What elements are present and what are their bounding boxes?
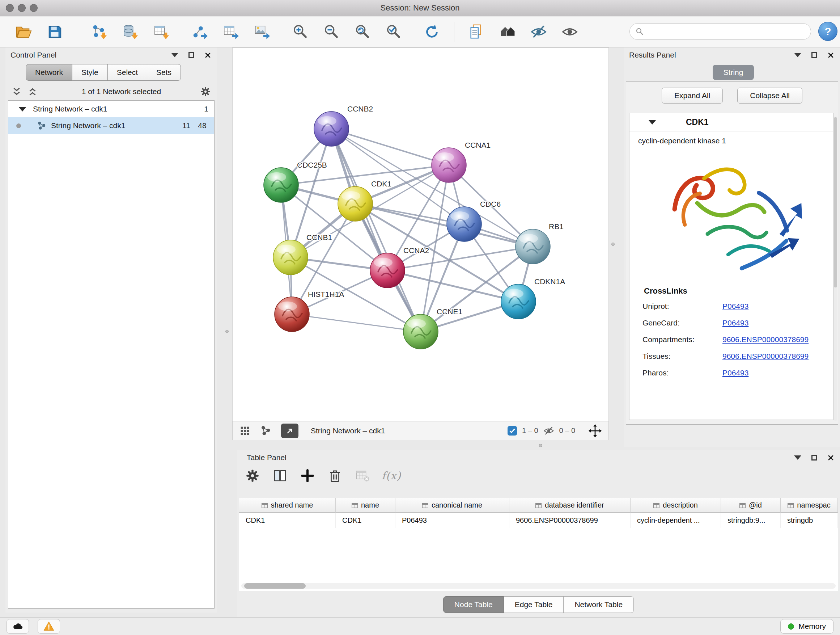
network-collection-row[interactable]: String Network – cdk1 1 xyxy=(8,101,214,117)
network-node-CCNB2[interactable]: CCNB2 xyxy=(314,105,373,146)
minimize-window-button[interactable] xyxy=(18,4,26,12)
table-cell: CDK1 xyxy=(336,513,395,528)
expand-all-button[interactable]: Expand All xyxy=(662,88,723,103)
control-panel-menu-icon[interactable] xyxy=(171,53,178,57)
tab-network-table[interactable]: Network Table xyxy=(564,596,634,613)
collapse-all-icon[interactable] xyxy=(11,86,22,97)
crosslink-link[interactable]: 9606.ENSP00000378699 xyxy=(722,335,808,344)
crosslink-link[interactable]: 9606.ENSP00000378699 xyxy=(722,352,808,361)
save-session-icon[interactable] xyxy=(46,21,64,42)
show-columns-icon[interactable] xyxy=(272,467,288,484)
crosslink-link[interactable]: P06493 xyxy=(722,369,748,377)
table-horizontal-scrollbar[interactable] xyxy=(241,583,836,589)
open-session-icon[interactable] xyxy=(14,21,33,42)
graphics-details-icon[interactable] xyxy=(467,21,485,42)
protein-section-header[interactable]: CDK1 xyxy=(630,113,833,131)
network-row-selected[interactable]: String Network – cdk1 11 48 xyxy=(8,117,214,134)
bottom-splitter-handle[interactable] xyxy=(539,444,542,447)
network-node-RB1[interactable]: RB1 xyxy=(515,222,564,264)
network-edge[interactable] xyxy=(332,129,421,332)
tab-edge-table[interactable]: Edge Table xyxy=(504,596,564,613)
detach-view-button[interactable] xyxy=(281,424,298,438)
column-header-description[interactable]: description xyxy=(630,498,721,513)
tab-network[interactable]: Network xyxy=(26,64,73,81)
column-header-shared-name[interactable]: shared name xyxy=(239,498,336,513)
table-row[interactable]: CDK1CDK1P064939606.ENSP00000378699cyclin… xyxy=(239,513,838,528)
results-panel-float-icon[interactable] xyxy=(812,52,817,58)
search-input[interactable] xyxy=(644,27,811,36)
help-button[interactable]: ? xyxy=(818,22,837,41)
delete-column-icon[interactable] xyxy=(327,467,343,484)
control-panel-float-icon[interactable] xyxy=(188,52,194,58)
zoom-in-icon[interactable] xyxy=(291,21,309,42)
expand-all-icon[interactable] xyxy=(27,86,38,97)
crosslink-link[interactable]: P06493 xyxy=(722,302,748,310)
tab-node-table[interactable]: Node Table xyxy=(443,596,504,613)
zoom-fit-icon[interactable] xyxy=(354,21,371,42)
network-edge[interactable] xyxy=(292,314,421,332)
import-network-database-icon[interactable] xyxy=(121,21,139,42)
network-node-CDC6[interactable]: CDC6 xyxy=(447,200,501,241)
add-column-icon[interactable] xyxy=(299,467,316,484)
tab-select[interactable]: Select xyxy=(108,64,147,81)
column-header-database-identifier[interactable]: database identifier xyxy=(509,498,630,513)
network-node-CCNB1[interactable]: CCNB1 xyxy=(273,233,332,275)
network-node-CDK1[interactable]: CDK1 xyxy=(338,180,392,221)
tab-sets[interactable]: Sets xyxy=(147,64,181,81)
network-edge[interactable] xyxy=(387,271,518,302)
memory-button[interactable]: Memory xyxy=(780,619,834,633)
import-table-icon[interactable] xyxy=(152,21,171,42)
section-collapse-triangle-icon[interactable] xyxy=(648,120,656,125)
network-overview-icon[interactable] xyxy=(260,425,272,437)
home-icon[interactable] xyxy=(499,21,516,42)
zoom-out-icon[interactable] xyxy=(322,21,340,42)
table-settings-gear-icon[interactable] xyxy=(244,467,261,484)
control-panel-close-icon[interactable] xyxy=(204,52,211,59)
apply-layout-icon[interactable] xyxy=(423,21,441,42)
tab-style[interactable]: Style xyxy=(73,64,108,81)
network-node-CDKN1A[interactable]: CDKN1A xyxy=(501,277,565,319)
network-node-CCNA1[interactable]: CCNA1 xyxy=(431,141,491,182)
results-panel-menu-icon[interactable] xyxy=(794,53,801,57)
import-network-file-icon[interactable] xyxy=(90,21,108,42)
results-panel-close-icon[interactable] xyxy=(827,52,834,59)
zoom-window-button[interactable] xyxy=(30,4,38,12)
network-options-gear-icon[interactable] xyxy=(200,86,211,97)
network-node-HIST1H1A[interactable]: HIST1H1A xyxy=(275,290,344,332)
function-builder-button[interactable]: f(x) xyxy=(382,470,401,482)
toolbar-search[interactable] xyxy=(630,23,811,40)
pan-move-icon[interactable] xyxy=(588,424,602,438)
network-edge[interactable] xyxy=(332,129,449,165)
column-header-canonical-name[interactable]: canonical name xyxy=(395,498,509,513)
results-scrollbar[interactable] xyxy=(834,117,837,421)
column-header-namespac[interactable]: namespac xyxy=(781,498,838,513)
cloud-button[interactable] xyxy=(6,619,29,633)
close-window-button[interactable] xyxy=(6,4,14,12)
selected-items-checkbox[interactable] xyxy=(508,426,517,435)
left-splitter-handle[interactable] xyxy=(225,330,229,333)
collapse-all-button[interactable]: Collapse All xyxy=(737,88,802,103)
results-scrollbar-thumb[interactable] xyxy=(834,117,837,287)
show-all-eye-icon[interactable] xyxy=(561,21,579,42)
table-scrollbar-thumb[interactable] xyxy=(244,583,306,589)
zoom-selected-icon[interactable] xyxy=(385,21,403,42)
collection-expand-triangle-icon[interactable] xyxy=(19,107,27,111)
export-image-icon[interactable] xyxy=(253,21,271,42)
export-table-icon[interactable] xyxy=(222,21,240,42)
table-panel-close-icon[interactable] xyxy=(827,454,834,461)
hide-selected-eye-slash-icon[interactable] xyxy=(530,21,548,42)
hidden-items-eye-slash-icon[interactable] xyxy=(543,425,554,436)
tab-string[interactable]: String xyxy=(713,65,754,80)
birds-eye-view-icon[interactable] xyxy=(239,425,251,437)
table-panel-float-icon[interactable] xyxy=(812,455,817,461)
column-header--id[interactable]: @id xyxy=(721,498,781,513)
crosslink-link[interactable]: P06493 xyxy=(722,318,748,327)
export-network-icon[interactable] xyxy=(191,21,209,42)
table-panel-menu-icon[interactable] xyxy=(794,455,801,460)
column-header-name[interactable]: name xyxy=(336,498,395,513)
warnings-button[interactable] xyxy=(38,619,60,633)
right-splitter-handle[interactable] xyxy=(611,242,615,246)
network-graph[interactable]: CCNB2CCNA1CDC25BCDK1CDC6RB1CCNB1CCNA2CDK… xyxy=(233,48,608,421)
network-view-canvas[interactable]: CCNB2CCNA1CDC25BCDK1CDC6RB1CCNB1CCNA2CDK… xyxy=(232,48,609,421)
column-header-label: name xyxy=(361,501,379,509)
